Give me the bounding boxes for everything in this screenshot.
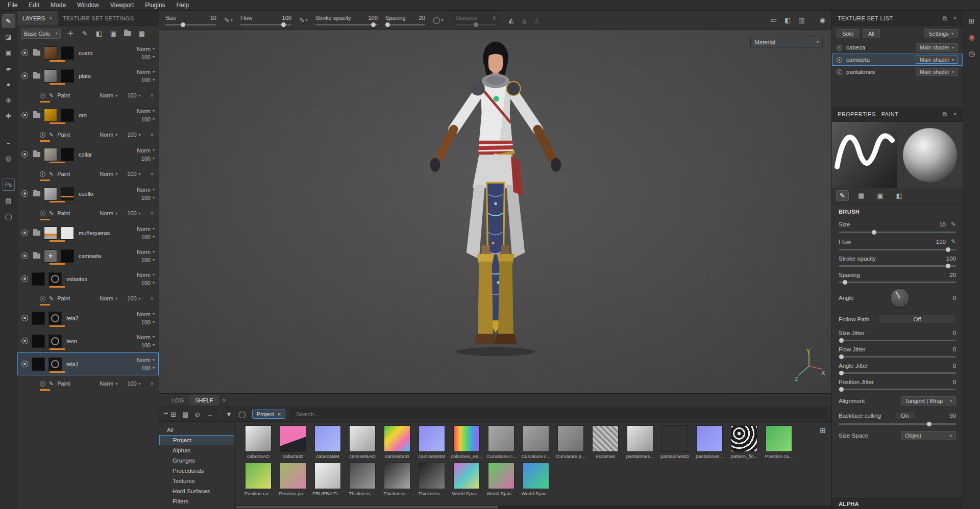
notifications-icon[interactable]: ◒ <box>3 136 15 148</box>
resource-thumbnail[interactable] <box>592 425 619 452</box>
shelf-resource[interactable]: Thickness ... <box>380 463 414 496</box>
resource-thumbnail[interactable] <box>245 463 272 489</box>
blend-mode-dropdown[interactable]: Norm▾ <box>100 295 117 301</box>
opacity-dropdown[interactable]: 100▾ <box>141 195 155 201</box>
position-jitter-property[interactable]: Position Jitter0 <box>839 379 956 390</box>
layer-visibility-icon[interactable] <box>21 49 28 56</box>
shelf-resource[interactable]: Position pa... <box>276 463 310 496</box>
flow-jitter-property[interactable]: Flow Jitter0 <box>839 346 956 358</box>
layer-name[interactable]: cuello <box>79 191 137 197</box>
resource-thumbnail[interactable] <box>696 425 723 452</box>
resource-thumbnail[interactable] <box>662 425 688 452</box>
resource-thumbnail[interactable] <box>349 425 376 452</box>
material-picker-tool-icon[interactable]: ✚ <box>3 110 15 122</box>
paint-effect-row[interactable]: ✎ Paint Norm▾ 100▾ × <box>17 87 159 104</box>
layer-visibility-icon[interactable] <box>21 112 28 118</box>
layer-name[interactable]: collar <box>79 151 137 158</box>
add-effect-icon[interactable]: ✛ <box>66 29 75 38</box>
blend-mode-dropdown[interactable]: Norm▾ <box>100 92 117 98</box>
layer-visibility-icon[interactable] <box>21 338 28 344</box>
shelf-resource[interactable]: Position ca... <box>241 463 276 496</box>
layer-name[interactable]: tela1 <box>66 361 137 367</box>
blend-mode-dropdown[interactable]: Norm▾ <box>137 226 155 232</box>
layer-name[interactable]: tela2 <box>66 315 137 321</box>
layer-content-thumbnail[interactable] <box>61 148 74 161</box>
layer-mask-thumbnail[interactable] <box>48 358 62 371</box>
horizontal-scrollbar[interactable] <box>235 505 831 509</box>
shelf-resource[interactable]: Position ca... <box>762 425 796 459</box>
menu-file[interactable]: File <box>2 2 23 9</box>
filter-icon[interactable]: ▼ <box>226 411 232 418</box>
resource-thumbnail[interactable] <box>453 463 480 489</box>
blend-mode-dropdown[interactable]: Norm▾ <box>100 380 117 387</box>
add-smart-material-icon[interactable]: ▣ <box>109 29 118 38</box>
layer-mask-thumbnail[interactable] <box>48 272 62 286</box>
shelf-resource[interactable]: escamas <box>588 425 623 459</box>
photoshop-export-icon[interactable]: Ps <box>3 179 15 191</box>
resource-thumbnail[interactable] <box>731 425 757 452</box>
texture-set-visibility-icon[interactable] <box>837 57 842 63</box>
undock-panel-icon[interactable]: ⧉ <box>943 15 947 22</box>
paint-effect-label[interactable]: Paint <box>57 92 70 98</box>
channel-selector[interactable]: Base Colo▾ <box>21 29 61 39</box>
symmetry-y-icon[interactable]: ◮ <box>521 16 526 24</box>
scrollbar-thumb[interactable] <box>236 506 498 508</box>
layer-row[interactable]: leon Norm▾100▾ <box>17 329 159 352</box>
resource-thumbnail[interactable] <box>245 425 272 452</box>
texture-set-row-selected[interactable]: camiseta Main shader▾ <box>832 54 963 66</box>
layer-content-thumbnail[interactable] <box>61 249 74 263</box>
spacing-slider[interactable] <box>385 24 425 26</box>
layer-row[interactable]: muñequeras Norm▾100▾ <box>17 221 159 244</box>
tab-log[interactable]: LOG <box>166 395 189 405</box>
add-paint-layer-icon[interactable]: ✎ <box>80 29 89 38</box>
texture-set-row[interactable]: cabeza Main shader▾ <box>832 41 963 54</box>
remove-effect-icon[interactable]: × <box>151 92 154 98</box>
layer-content-thumbnail[interactable] <box>61 226 74 240</box>
flow-slider[interactable] <box>240 24 291 26</box>
tab-stencil-icon[interactable]: ▣ <box>874 191 886 200</box>
layer-row[interactable]: collar Norm▾100▾ <box>17 143 159 166</box>
opacity-dropdown[interactable]: 100▾ <box>141 319 155 325</box>
list-view-icon[interactable]: ▤ <box>182 411 188 418</box>
all-button[interactable]: All <box>863 29 880 38</box>
menu-help[interactable]: Help <box>171 2 195 9</box>
texture-set-name[interactable]: cabeza <box>846 44 865 50</box>
paint-tool-icon[interactable]: ✎ <box>3 15 15 27</box>
layer-thumbnail[interactable] <box>44 249 57 263</box>
shelf-resource[interactable]: cabezaID <box>276 425 310 459</box>
stroke-opacity-slider[interactable] <box>315 24 378 26</box>
layer-content-thumbnail[interactable] <box>61 109 74 122</box>
brush-tip-preview[interactable] <box>897 122 963 188</box>
remove-effect-icon[interactable]: × <box>151 171 154 177</box>
opacity-dropdown[interactable]: 100▾ <box>141 116 155 122</box>
angle-property[interactable]: Angle 0 <box>839 288 956 308</box>
texture-set-row[interactable]: pantalones Main shader▾ <box>832 66 963 78</box>
effect-visibility-icon[interactable] <box>40 296 45 301</box>
category-textures[interactable]: Textures <box>159 476 234 486</box>
resource-thumbnail[interactable] <box>384 463 410 489</box>
blend-mode-dropdown[interactable]: Norm▾ <box>137 147 155 154</box>
shelf-resource[interactable]: cabezaNM <box>310 425 345 459</box>
3d-viewport[interactable]: Material▾ Y X Z <box>159 30 831 393</box>
filter-chip-project[interactable]: Project× <box>252 410 286 419</box>
resource-thumbnail[interactable] <box>453 425 480 452</box>
effect-visibility-icon[interactable] <box>40 211 45 216</box>
undock-panel-icon[interactable]: ⧉ <box>943 111 947 118</box>
opacity-dropdown[interactable]: 100▾ <box>127 92 140 98</box>
menu-viewport[interactable]: Viewport <box>105 2 139 9</box>
shelf-resource[interactable]: cabezaAO <box>241 425 276 459</box>
layer-name[interactable]: cuero <box>79 50 137 56</box>
layer-visibility-icon[interactable] <box>21 361 28 367</box>
layer-content-thumbnail[interactable] <box>61 46 74 60</box>
size-jitter-property[interactable]: Size Jitter0 <box>839 330 956 341</box>
blend-mode-dropdown[interactable]: Norm▾ <box>137 272 155 278</box>
axis-gizmo[interactable]: Y X Z <box>791 348 827 382</box>
layer-thumbnail[interactable] <box>44 187 57 200</box>
spacing-property[interactable]: Spacing20 <box>839 272 956 283</box>
clone-tool-icon[interactable]: ⊕ <box>3 94 15 106</box>
menu-plugins[interactable]: Plugins <box>139 2 170 9</box>
layer-thumbnail[interactable] <box>32 272 45 286</box>
viewport-split-icon[interactable]: ▭ <box>771 16 777 24</box>
effect-visibility-icon[interactable] <box>40 93 45 98</box>
folder-icon[interactable] <box>33 231 40 236</box>
